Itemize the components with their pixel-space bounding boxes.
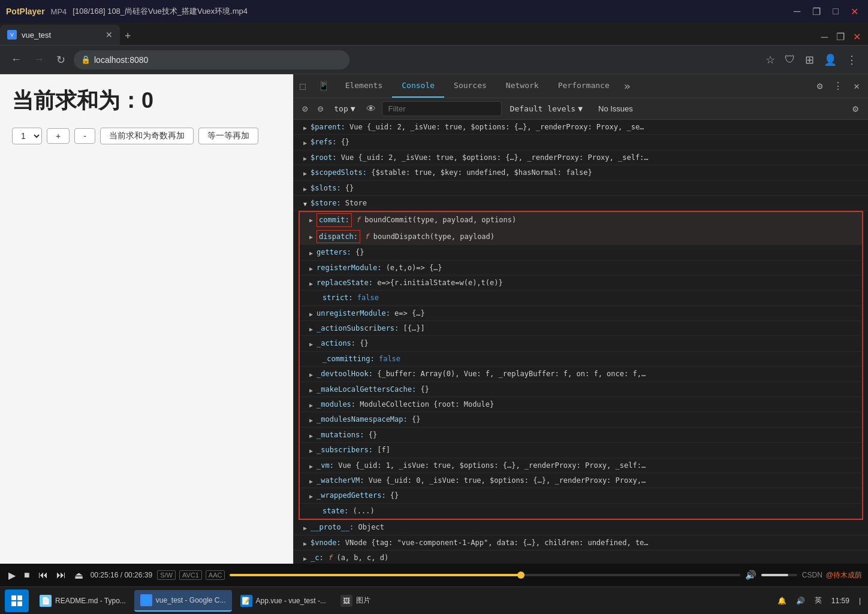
url-box[interactable]: 🔒 localhost:8080 (74, 50, 349, 69)
console-settings-icon[interactable]: ⚙ (848, 101, 863, 117)
close-icon[interactable]: ✕ (847, 5, 862, 19)
current-time: 00:25:16 (91, 571, 119, 579)
expand-arrow[interactable]: ▶ (309, 400, 313, 410)
store-watchervm-line: ▶ _watcherVM: Vue {_uid: 0, _isVue: true… (300, 473, 862, 488)
devtools-device-icon[interactable]: 📱 (312, 77, 336, 95)
expand-arrow[interactable]: ▶ (309, 446, 313, 456)
expand-arrow[interactable]: ▶ (309, 491, 313, 501)
stop-icon[interactable]: ⊖ (314, 101, 327, 117)
main-content: 当前求和为：0 1 2 3 + - 当前求和为奇数再加 等一等再加 ⬚ 📱 (0, 74, 868, 614)
tab-sources[interactable]: Sources (444, 74, 496, 98)
expand-arrow[interactable]: ▶ (303, 553, 307, 564)
progress-bar[interactable] (230, 574, 740, 576)
bookmark-icon[interactable]: ☆ (762, 51, 779, 69)
expand-arrow[interactable]: ▶ (309, 385, 313, 395)
taskbar-app-photos[interactable]: 🖼 图片 (334, 590, 376, 612)
minimize-icon[interactable]: ─ (790, 5, 804, 19)
context-dropdown-arrow: ▼ (351, 104, 355, 113)
add-wait-button[interactable]: 等一等再加 (198, 128, 258, 144)
taskbar-app-chrome[interactable]: 🌐 vue_test - Google C... (134, 590, 232, 612)
forward-button[interactable]: → (30, 51, 48, 68)
taskbar-app-readme[interactable]: 📄 README.md - Typo... (34, 590, 132, 612)
log-levels-dropdown[interactable]: Default levels ▼ (504, 102, 589, 116)
devtools-settings-icon[interactable]: ⚙ (812, 77, 828, 95)
add-if-odd-button[interactable]: 当前求和为奇数再加 (100, 128, 194, 144)
expand-arrow[interactable]: ▶ (309, 324, 313, 334)
commit-key: commit: (317, 213, 352, 226)
tab-elements[interactable]: Elements (336, 74, 393, 98)
volume-icon[interactable]: 🔊 (745, 570, 757, 580)
ime-indicator[interactable]: 英 (812, 593, 824, 608)
tab-console[interactable]: Console (392, 74, 444, 98)
expand-arrow[interactable]: ▶ (309, 232, 313, 242)
devtools-close-icon[interactable]: ✕ (849, 77, 864, 95)
extensions-icon[interactable]: ⊞ (801, 51, 818, 69)
taskbar-app-vscode[interactable]: 📝 App.vue - vue_test -... (234, 590, 332, 612)
devtools-panel: ⬚ 📱 Elements Console Sources Network (294, 74, 868, 614)
minimize-browser-icon[interactable]: ─ (819, 29, 830, 45)
store-dispatch-line: ▶ dispatch: f boundDispatch(type, payloa… (300, 229, 862, 245)
number-select[interactable]: 1 2 3 (12, 128, 42, 144)
open-button[interactable]: ⏏ (72, 568, 86, 582)
restore-browser-icon[interactable]: ❐ (834, 29, 847, 45)
expand-arrow[interactable]: ▶ (309, 279, 313, 289)
expand-arrow[interactable]: ▶ (309, 339, 313, 349)
expand-arrow[interactable]: ▶ (309, 248, 313, 258)
eye-icon[interactable]: 👁 (363, 101, 379, 117)
expand-arrow-down[interactable]: ▼ (303, 199, 307, 209)
tab-close-button[interactable]: ✕ (106, 30, 113, 40)
start-button[interactable] (5, 589, 29, 612)
play-button[interactable]: ▶ (6, 568, 18, 582)
expand-arrow[interactable]: ▶ (309, 370, 313, 380)
add-button[interactable]: + (47, 128, 70, 144)
volume-taskbar-icon[interactable]: 🔊 (794, 594, 807, 607)
shield-icon[interactable]: 🛡 (781, 51, 799, 69)
expand-arrow[interactable]: ▶ (309, 264, 313, 274)
profile-icon[interactable]: 👤 (820, 51, 840, 69)
line-text: _c: f (a, b, c, d) (311, 552, 858, 564)
stop-button[interactable]: ■ (22, 568, 32, 582)
expand-arrow[interactable]: ▶ (303, 523, 307, 533)
taskbar-bottom: 📄 README.md - Typo... 🌐 vue_test - Googl… (0, 586, 868, 614)
console-filter-input[interactable] (382, 101, 502, 116)
show-desktop-button[interactable]: | (857, 594, 863, 607)
expand-arrow[interactable]: ▶ (309, 415, 313, 425)
expand-arrow[interactable]: ▶ (309, 309, 313, 319)
tab-performance[interactable]: Performance (548, 74, 619, 98)
store-mutations-line: ▶ _mutations: {} (300, 428, 862, 443)
tab-bar-controls: ─ ❐ ✕ (819, 29, 868, 45)
expand-arrow[interactable]: ▶ (309, 215, 313, 225)
volume-bar[interactable] (761, 574, 797, 576)
notification-icon[interactable]: 🔔 (775, 594, 789, 607)
browser-toolbar-icons: ☆ 🛡 ⊞ 👤 ⋮ (762, 51, 861, 69)
prev-button[interactable]: ⏮ (36, 568, 50, 582)
expand-arrow[interactable]: ▶ (309, 431, 313, 441)
browser-tab-active[interactable]: V vue_test ✕ (0, 25, 120, 45)
svg-rect-0 (11, 595, 16, 600)
expand-arrow[interactable]: ▶ (303, 123, 307, 133)
close-browser-icon[interactable]: ✕ (851, 29, 863, 45)
new-tab-button[interactable]: + (120, 28, 136, 45)
tab-more-button[interactable]: » (619, 74, 635, 98)
next-button[interactable]: ⏭ (54, 568, 68, 582)
sub-button[interactable]: - (74, 128, 95, 144)
clear-console-icon[interactable]: ⊘ (299, 101, 312, 117)
devtools-select-element-icon[interactable]: ⬚ (294, 77, 312, 95)
expand-arrow[interactable]: ▶ (303, 153, 307, 164)
reload-button[interactable]: ↻ (53, 51, 69, 69)
no-issues-button[interactable]: No Issues (591, 102, 640, 116)
expand-arrow[interactable]: ▶ (303, 168, 307, 179)
tab-network[interactable]: Network (496, 74, 548, 98)
restore-icon[interactable]: ❐ (809, 5, 824, 19)
expand-arrow[interactable]: ▶ (303, 184, 307, 194)
more-options-icon[interactable]: ⋮ (843, 51, 861, 69)
expand-arrow[interactable]: ▶ (309, 461, 313, 471)
expand-arrow[interactable]: ▶ (303, 539, 307, 549)
expand-arrow[interactable]: ▶ (309, 476, 313, 486)
app-name[interactable]: PotPlayer (6, 7, 45, 16)
context-dropdown[interactable]: top ▼ (329, 102, 360, 116)
devtools-kebab-icon[interactable]: ⋮ (828, 77, 848, 95)
back-button[interactable]: ← (7, 51, 25, 68)
maximize-icon[interactable]: □ (829, 5, 842, 19)
expand-arrow[interactable]: ▶ (303, 138, 307, 148)
